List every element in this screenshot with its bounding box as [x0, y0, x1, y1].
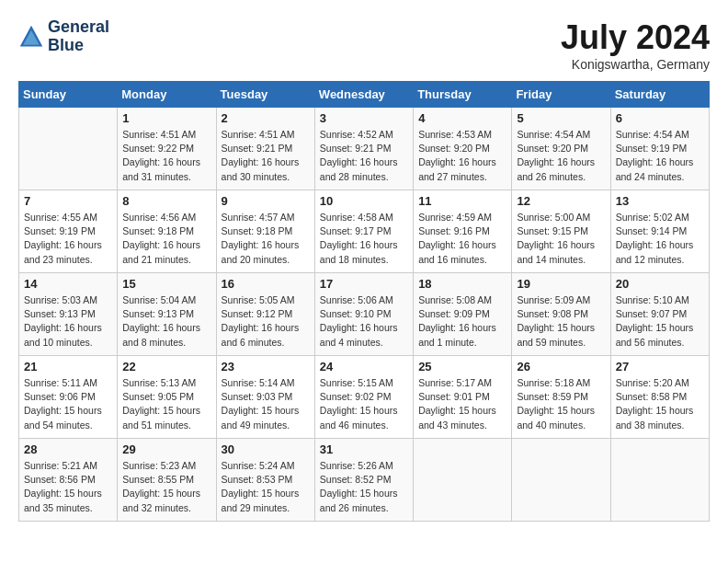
day-number: 26	[517, 360, 605, 373]
day-cell-23: 23Sunrise: 5:14 AMSunset: 9:03 PMDayligh…	[216, 356, 314, 439]
day-cell-19: 19Sunrise: 5:09 AMSunset: 9:08 PMDayligh…	[512, 273, 610, 356]
day-number: 19	[517, 277, 605, 291]
page-header: General Blue July 2024 Konigswartha, Ger…	[18, 18, 710, 72]
day-info: Sunrise: 5:15 AMSunset: 9:02 PMDaylight:…	[320, 376, 408, 432]
day-cell-30: 30Sunrise: 5:24 AMSunset: 8:53 PMDayligh…	[216, 439, 314, 522]
logo: General Blue	[18, 18, 109, 55]
day-number: 30	[222, 442, 310, 456]
day-number: 15	[122, 277, 210, 291]
day-cell-4: 4Sunrise: 4:53 AMSunset: 9:20 PMDaylight…	[414, 108, 512, 190]
day-cell-15: 15Sunrise: 5:04 AMSunset: 9:13 PMDayligh…	[118, 273, 216, 356]
day-cell-18: 18Sunrise: 5:08 AMSunset: 9:09 PMDayligh…	[414, 273, 512, 356]
title-block: July 2024 Konigswartha, Germany	[561, 18, 710, 72]
day-cell-6: 6Sunrise: 4:54 AMSunset: 9:19 PMDaylight…	[610, 108, 709, 190]
day-cell-25: 25Sunrise: 5:17 AMSunset: 9:01 PMDayligh…	[414, 356, 512, 439]
day-info: Sunrise: 5:06 AMSunset: 9:10 PMDaylight:…	[320, 293, 408, 350]
header-wednesday: Wednesday	[314, 82, 413, 108]
day-info: Sunrise: 5:26 AMSunset: 8:52 PMDaylight:…	[320, 459, 408, 515]
day-cell-10: 10Sunrise: 4:58 AMSunset: 9:17 PMDayligh…	[314, 190, 413, 273]
day-info: Sunrise: 5:17 AMSunset: 9:01 PMDaylight:…	[418, 376, 506, 432]
day-cell-29: 29Sunrise: 5:23 AMSunset: 8:55 PMDayligh…	[118, 439, 216, 522]
day-number: 5	[517, 111, 605, 125]
day-cell-8: 8Sunrise: 4:56 AMSunset: 9:18 PMDaylight…	[118, 190, 216, 273]
day-number: 11	[418, 194, 506, 208]
day-number: 3	[320, 111, 408, 125]
day-number: 8	[122, 194, 210, 208]
week-row-2: 7Sunrise: 4:55 AMSunset: 9:19 PMDaylight…	[19, 190, 710, 273]
day-number: 21	[24, 360, 112, 373]
day-info: Sunrise: 5:00 AMSunset: 9:15 PMDaylight:…	[517, 211, 605, 267]
day-info: Sunrise: 4:54 AMSunset: 9:19 PMDaylight:…	[616, 128, 704, 184]
empty-cell	[19, 108, 118, 190]
day-cell-5: 5Sunrise: 4:54 AMSunset: 9:20 PMDaylight…	[512, 108, 610, 190]
empty-cell	[512, 439, 610, 522]
day-number: 27	[616, 360, 704, 373]
day-number: 9	[222, 194, 310, 208]
day-number: 6	[616, 111, 704, 125]
day-info: Sunrise: 5:11 AMSunset: 9:06 PMDaylight:…	[24, 376, 112, 432]
calendar-header-row: SundayMondayTuesdayWednesdayThursdayFrid…	[19, 82, 710, 108]
day-cell-22: 22Sunrise: 5:13 AMSunset: 9:05 PMDayligh…	[118, 356, 216, 439]
empty-cell	[414, 439, 512, 522]
week-row-4: 21Sunrise: 5:11 AMSunset: 9:06 PMDayligh…	[19, 356, 710, 439]
day-info: Sunrise: 4:58 AMSunset: 9:17 PMDaylight:…	[320, 211, 408, 267]
day-info: Sunrise: 5:18 AMSunset: 8:59 PMDaylight:…	[517, 376, 605, 432]
day-number: 4	[418, 111, 506, 125]
week-row-1: 1Sunrise: 4:51 AMSunset: 9:22 PMDaylight…	[19, 108, 710, 190]
day-number: 25	[418, 360, 506, 373]
day-number: 28	[24, 442, 112, 456]
day-cell-14: 14Sunrise: 5:03 AMSunset: 9:13 PMDayligh…	[19, 273, 118, 356]
logo-text: General Blue	[48, 18, 109, 55]
day-cell-16: 16Sunrise: 5:05 AMSunset: 9:12 PMDayligh…	[216, 273, 314, 356]
day-info: Sunrise: 5:10 AMSunset: 9:07 PMDaylight:…	[616, 293, 704, 350]
day-cell-21: 21Sunrise: 5:11 AMSunset: 9:06 PMDayligh…	[19, 356, 118, 439]
day-info: Sunrise: 5:09 AMSunset: 9:08 PMDaylight:…	[517, 293, 605, 350]
day-number: 13	[616, 194, 704, 208]
empty-cell	[610, 439, 709, 522]
day-info: Sunrise: 5:08 AMSunset: 9:09 PMDaylight:…	[418, 293, 506, 350]
header-thursday: Thursday	[414, 82, 512, 108]
day-number: 1	[122, 111, 210, 125]
day-number: 2	[222, 111, 310, 125]
day-info: Sunrise: 5:20 AMSunset: 8:58 PMDaylight:…	[616, 376, 704, 432]
day-info: Sunrise: 4:51 AMSunset: 9:22 PMDaylight:…	[122, 128, 210, 184]
day-cell-11: 11Sunrise: 4:59 AMSunset: 9:16 PMDayligh…	[414, 190, 512, 273]
day-cell-31: 31Sunrise: 5:26 AMSunset: 8:52 PMDayligh…	[314, 439, 413, 522]
day-cell-7: 7Sunrise: 4:55 AMSunset: 9:19 PMDaylight…	[19, 190, 118, 273]
day-number: 12	[517, 194, 605, 208]
day-info: Sunrise: 4:57 AMSunset: 9:18 PMDaylight:…	[222, 211, 310, 267]
day-info: Sunrise: 5:13 AMSunset: 9:05 PMDaylight:…	[122, 376, 210, 432]
day-info: Sunrise: 5:23 AMSunset: 8:55 PMDaylight:…	[122, 459, 210, 515]
day-number: 20	[616, 277, 704, 291]
day-cell-13: 13Sunrise: 5:02 AMSunset: 9:14 PMDayligh…	[610, 190, 709, 273]
day-info: Sunrise: 5:05 AMSunset: 9:12 PMDaylight:…	[222, 293, 310, 350]
month-year: July 2024	[561, 18, 710, 57]
day-info: Sunrise: 4:53 AMSunset: 9:20 PMDaylight:…	[418, 128, 506, 184]
day-info: Sunrise: 5:02 AMSunset: 9:14 PMDaylight:…	[616, 211, 704, 267]
day-info: Sunrise: 5:21 AMSunset: 8:56 PMDaylight:…	[24, 459, 112, 515]
day-number: 7	[24, 194, 112, 208]
week-row-3: 14Sunrise: 5:03 AMSunset: 9:13 PMDayligh…	[19, 273, 710, 356]
day-number: 18	[418, 277, 506, 291]
day-cell-27: 27Sunrise: 5:20 AMSunset: 8:58 PMDayligh…	[610, 356, 709, 439]
day-info: Sunrise: 5:14 AMSunset: 9:03 PMDaylight:…	[222, 376, 310, 432]
day-info: Sunrise: 5:24 AMSunset: 8:53 PMDaylight:…	[222, 459, 310, 515]
day-info: Sunrise: 4:51 AMSunset: 9:21 PMDaylight:…	[222, 128, 310, 184]
day-cell-17: 17Sunrise: 5:06 AMSunset: 9:10 PMDayligh…	[314, 273, 413, 356]
week-row-5: 28Sunrise: 5:21 AMSunset: 8:56 PMDayligh…	[19, 439, 710, 522]
day-info: Sunrise: 4:59 AMSunset: 9:16 PMDaylight:…	[418, 211, 506, 267]
header-monday: Monday	[118, 82, 216, 108]
day-cell-24: 24Sunrise: 5:15 AMSunset: 9:02 PMDayligh…	[314, 356, 413, 439]
day-cell-3: 3Sunrise: 4:52 AMSunset: 9:21 PMDaylight…	[314, 108, 413, 190]
day-cell-9: 9Sunrise: 4:57 AMSunset: 9:18 PMDaylight…	[216, 190, 314, 273]
day-number: 23	[222, 360, 310, 373]
location: Konigswartha, Germany	[561, 57, 710, 72]
day-number: 22	[122, 360, 210, 373]
header-saturday: Saturday	[610, 82, 709, 108]
day-cell-2: 2Sunrise: 4:51 AMSunset: 9:21 PMDaylight…	[216, 108, 314, 190]
day-cell-1: 1Sunrise: 4:51 AMSunset: 9:22 PMDaylight…	[118, 108, 216, 190]
day-cell-20: 20Sunrise: 5:10 AMSunset: 9:07 PMDayligh…	[610, 273, 709, 356]
day-number: 31	[320, 442, 408, 456]
day-cell-28: 28Sunrise: 5:21 AMSunset: 8:56 PMDayligh…	[19, 439, 118, 522]
calendar-table: SundayMondayTuesdayWednesdayThursdayFrid…	[18, 81, 710, 522]
